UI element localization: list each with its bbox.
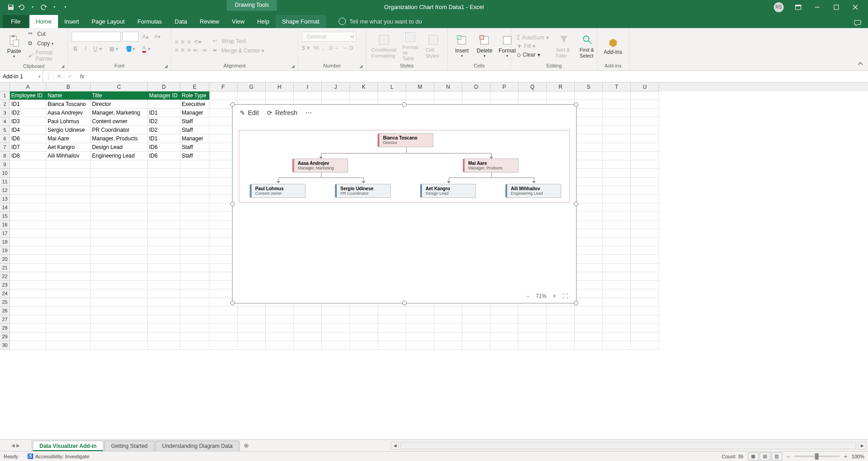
border-button[interactable]: ▦ ▾ xyxy=(107,45,120,53)
row-header[interactable]: 29 xyxy=(0,332,10,341)
font-color-button[interactable]: A ▾ xyxy=(141,44,152,53)
row-header[interactable]: 14 xyxy=(0,203,10,212)
cell[interactable] xyxy=(148,307,180,315)
row-header[interactable]: 6 xyxy=(0,134,10,143)
cell[interactable] xyxy=(603,281,631,289)
col-header[interactable]: T xyxy=(603,82,631,91)
fill-button[interactable]: ▼Fill ▾ xyxy=(515,43,551,50)
row-header[interactable]: 5 xyxy=(0,126,10,134)
col-header[interactable]: R xyxy=(547,82,575,91)
cell[interactable] xyxy=(91,229,148,238)
cell[interactable] xyxy=(575,246,603,255)
insert-function-dropdown[interactable]: ⋮ xyxy=(43,71,54,82)
cell[interactable] xyxy=(148,186,180,195)
cell[interactable] xyxy=(266,315,294,324)
cell[interactable] xyxy=(406,324,434,332)
cell[interactable]: Sergio Udinese xyxy=(46,126,91,134)
cell[interactable] xyxy=(603,195,631,203)
cell[interactable] xyxy=(46,315,91,324)
cell[interactable] xyxy=(631,126,659,134)
col-header[interactable]: J xyxy=(322,82,350,91)
tell-me-search[interactable]: Tell me what you want to do xyxy=(334,14,427,28)
cell[interactable] xyxy=(322,324,350,332)
cell[interactable] xyxy=(603,212,631,221)
cell[interactable] xyxy=(91,195,148,203)
fill-color-button[interactable]: 🪣▾ xyxy=(124,45,137,53)
cell[interactable] xyxy=(575,178,603,186)
cell[interactable] xyxy=(631,160,659,169)
cell[interactable] xyxy=(91,315,148,324)
col-header[interactable]: F xyxy=(209,82,238,91)
cell[interactable]: Manager xyxy=(180,134,209,143)
cell[interactable] xyxy=(46,307,91,315)
cell[interactable]: ID4 xyxy=(10,126,46,134)
cell[interactable] xyxy=(148,221,180,229)
cell[interactable] xyxy=(10,315,46,324)
cell[interactable] xyxy=(148,332,180,341)
cell[interactable]: Manager, Marketing xyxy=(91,109,148,117)
cell[interactable] xyxy=(209,307,238,315)
cell[interactable]: ID2 xyxy=(10,109,46,117)
qat-customize-icon[interactable]: ▾ xyxy=(61,3,69,11)
cell[interactable] xyxy=(378,324,406,332)
cell[interactable] xyxy=(603,332,631,341)
row-header[interactable]: 8 xyxy=(0,152,10,160)
cell[interactable]: Name xyxy=(46,91,91,100)
row-header[interactable]: 28 xyxy=(0,324,10,332)
cell[interactable] xyxy=(490,307,519,315)
cell[interactable] xyxy=(10,281,46,289)
zoom-out-button[interactable]: − xyxy=(787,454,790,459)
row-header[interactable]: 21 xyxy=(0,264,10,272)
cell[interactable] xyxy=(575,169,603,178)
cell[interactable] xyxy=(10,272,46,281)
cell[interactable] xyxy=(575,152,603,160)
cell[interactable] xyxy=(631,229,659,238)
cell[interactable] xyxy=(46,281,91,289)
cell[interactable] xyxy=(180,246,209,255)
clear-button[interactable]: ◇Clear ▾ xyxy=(515,51,551,58)
row-header[interactable]: 23 xyxy=(0,281,10,289)
cell[interactable] xyxy=(46,169,91,178)
cell[interactable] xyxy=(10,229,46,238)
cell[interactable] xyxy=(148,298,180,307)
cell[interactable] xyxy=(10,178,46,186)
align-bottom-icon[interactable]: ≡ xyxy=(187,38,191,45)
row-header[interactable]: 17 xyxy=(0,229,10,238)
cell[interactable] xyxy=(10,255,46,264)
cell[interactable]: ID8 xyxy=(10,152,46,160)
cell[interactable] xyxy=(631,307,659,315)
row-header[interactable]: 9 xyxy=(0,160,10,169)
cell[interactable] xyxy=(575,91,603,100)
cell[interactable] xyxy=(46,341,91,350)
cell[interactable] xyxy=(575,255,603,264)
row-header[interactable]: 4 xyxy=(0,117,10,126)
cell[interactable] xyxy=(462,341,490,350)
cell[interactable] xyxy=(631,255,659,264)
cell[interactable] xyxy=(91,307,148,315)
cell[interactable]: Paul Lohmus xyxy=(46,117,91,126)
cell[interactable] xyxy=(603,255,631,264)
cell[interactable] xyxy=(519,341,547,350)
cell[interactable]: Design Lead xyxy=(91,143,148,152)
cell[interactable] xyxy=(91,246,148,255)
increase-font-icon[interactable]: A▴ xyxy=(141,33,150,40)
hscroll-right-button[interactable]: ▶ xyxy=(858,442,866,450)
insert-cells-button[interactable]: Insert▾ xyxy=(451,33,472,59)
col-header[interactable]: K xyxy=(350,82,378,91)
cell[interactable] xyxy=(490,315,519,324)
tab-review[interactable]: Review xyxy=(194,15,226,28)
col-header[interactable]: M xyxy=(406,82,434,91)
cell[interactable] xyxy=(603,221,631,229)
cell[interactable] xyxy=(547,324,575,332)
cell[interactable] xyxy=(46,324,91,332)
row-header[interactable]: 27 xyxy=(0,315,10,324)
cell[interactable] xyxy=(603,289,631,298)
cell[interactable] xyxy=(631,134,659,143)
cell-styles-button[interactable]: Cell Styles xyxy=(423,33,444,59)
cell[interactable] xyxy=(350,341,378,350)
cell[interactable] xyxy=(631,238,659,246)
cell[interactable] xyxy=(91,341,148,350)
row-header[interactable]: 26 xyxy=(0,307,10,315)
cell[interactable] xyxy=(378,315,406,324)
cell[interactable] xyxy=(575,134,603,143)
